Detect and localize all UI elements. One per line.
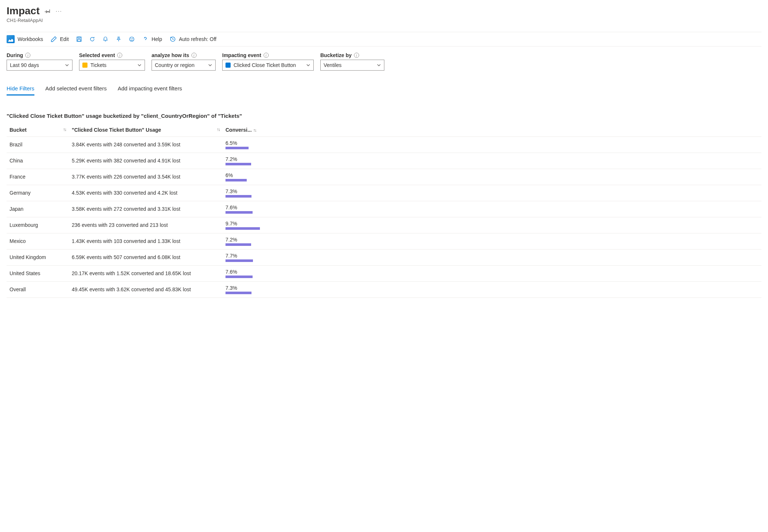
info-icon[interactable]: i (354, 53, 359, 58)
analyze-label: analyze how its (152, 52, 189, 58)
help-button[interactable]: Help (142, 36, 162, 42)
section-title: "Clicked Close Ticket Button" usage buck… (7, 112, 761, 120)
info-icon[interactable]: i (191, 53, 197, 58)
analyze-select[interactable]: Country or region (152, 60, 216, 71)
conversion-bar (225, 243, 251, 246)
bucketize-select[interactable]: Ventiles (320, 60, 384, 71)
conversion-bar (225, 292, 251, 294)
pin-toolbar-icon[interactable] (116, 36, 122, 42)
analyze-value: Country or region (155, 62, 194, 68)
svg-point-4 (131, 38, 131, 39)
impacting-value: Clicked Close Ticket Button (234, 62, 296, 68)
table-row[interactable]: United Kingdom 6.59K events with 507 con… (7, 249, 761, 265)
info-icon[interactable]: i (25, 53, 30, 58)
svg-point-3 (130, 37, 134, 41)
save-icon[interactable] (76, 36, 82, 42)
conversion-bar (225, 259, 253, 262)
event-color-icon (225, 63, 231, 68)
impacting-select[interactable]: Clicked Close Ticket Button (222, 60, 314, 71)
add-impacting-filters-tab[interactable]: Add impacting event filters (118, 85, 182, 95)
info-icon[interactable]: i (117, 53, 122, 58)
cell-conversion: 7.3% (223, 281, 263, 297)
cell-usage: 3.84K events with 248 converted and 3.59… (69, 136, 223, 153)
cell-usage: 49.45K events with 3.62K converted and 4… (69, 281, 223, 297)
table-row[interactable]: Brazil 3.84K events with 248 converted a… (7, 136, 761, 153)
table-row[interactable]: Germany 4.53K events with 330 converted … (7, 185, 761, 201)
filters-row: Duringi Last 90 days Selected eventi Tic… (7, 52, 761, 71)
help-icon (142, 36, 149, 42)
during-select[interactable]: Last 90 days (7, 60, 72, 71)
cell-bucket: China (7, 153, 69, 169)
bucketize-label: Bucketize by (320, 52, 352, 58)
cell-bucket: Germany (7, 185, 69, 201)
table-row[interactable]: United States 20.17K events with 1.52K c… (7, 265, 761, 281)
clock-refresh-icon (169, 36, 176, 42)
cell-conversion: 7.3% (223, 185, 263, 201)
cell-usage: 6.59K events with 507 converted and 6.08… (69, 249, 223, 265)
table-row[interactable]: Luxembourg 236 events with 23 converted … (7, 217, 761, 233)
hide-filters-tab[interactable]: Hide Filters (7, 85, 34, 95)
info-icon[interactable]: i (264, 53, 269, 58)
more-icon[interactable]: ··· (56, 8, 62, 14)
col-usage[interactable]: "Clicked Close Ticket Button" Usage↑↓ (69, 123, 223, 137)
page-title: Impact (7, 5, 40, 17)
workbooks-button[interactable]: Workbooks (7, 35, 43, 43)
during-label: During (7, 52, 23, 58)
col-usage-label: "Clicked Close Ticket Button" Usage (72, 127, 161, 133)
conversion-bar (225, 179, 247, 181)
table-row[interactable]: Mexico 1.43K events with 103 converted a… (7, 233, 761, 249)
cell-usage: 3.58K events with 272 converted and 3.31… (69, 201, 223, 217)
impacting-label: Impacting event (222, 52, 261, 58)
selected-event-select[interactable]: Tickets (79, 60, 145, 71)
svg-point-5 (132, 38, 133, 39)
help-label: Help (152, 36, 162, 42)
conversion-bar (225, 227, 260, 230)
during-value: Last 90 days (10, 62, 39, 68)
sort-icon: ↑↓ (253, 128, 256, 133)
event-color-icon (82, 63, 87, 68)
chevron-down-icon (65, 63, 69, 67)
col-conversion[interactable]: Conversi... ↑↓ (223, 123, 263, 137)
cell-usage: 20.17K events with 1.52K converted and 1… (69, 265, 223, 281)
chevron-down-icon (137, 63, 142, 67)
col-bucket-label: Bucket (10, 127, 27, 133)
chevron-down-icon (377, 63, 381, 67)
cell-bucket: Brazil (7, 136, 69, 153)
sort-icon: ↑↓ (217, 127, 220, 132)
pin-icon[interactable] (45, 8, 51, 14)
cell-conversion: 7.2% (223, 233, 263, 249)
alert-icon[interactable] (102, 36, 108, 42)
selected-event-label: Selected event (79, 52, 115, 58)
svg-rect-1 (78, 37, 80, 38)
col-conversion-label: Conversi... (225, 127, 252, 133)
bucketize-value: Ventiles (324, 62, 342, 68)
edit-button[interactable]: Edit (51, 36, 69, 42)
chevron-down-icon (208, 63, 212, 67)
add-selected-filters-tab[interactable]: Add selected event filters (45, 85, 107, 95)
filter-tabs: Hide Filters Add selected event filters … (7, 85, 761, 95)
command-bar: Workbooks Edit Help Auto refresh: Off (7, 32, 761, 46)
conversion-bar (225, 211, 253, 214)
cell-conversion: 7.6% (223, 201, 263, 217)
auto-refresh-button[interactable]: Auto refresh: Off (169, 36, 216, 42)
cell-bucket: France (7, 169, 69, 185)
table-row[interactable]: Overall 49.45K events with 3.62K convert… (7, 281, 761, 297)
conversion-bar (225, 147, 249, 149)
cell-conversion: 6.5% (223, 136, 263, 153)
cell-conversion: 9.7% (223, 217, 263, 233)
cell-usage: 1.43K events with 103 converted and 1.33… (69, 233, 223, 249)
table-row[interactable]: Japan 3.58K events with 272 converted an… (7, 201, 761, 217)
resource-subtitle: CH1-RetailAppAI (7, 18, 761, 23)
cell-bucket: Overall (7, 281, 69, 297)
refresh-icon[interactable] (89, 36, 95, 42)
col-bucket[interactable]: Bucket↑↓ (7, 123, 69, 137)
table-row[interactable]: China 5.29K events with 382 converted an… (7, 153, 761, 169)
svg-rect-2 (78, 40, 81, 41)
table-row[interactable]: France 3.77K events with 226 converted a… (7, 169, 761, 185)
conversion-bar (225, 163, 251, 165)
cell-bucket: United States (7, 265, 69, 281)
feedback-icon[interactable] (129, 36, 135, 42)
cell-conversion: 7.7% (223, 249, 263, 265)
edit-label: Edit (60, 36, 69, 42)
cell-usage: 4.53K events with 330 converted and 4.2K… (69, 185, 223, 201)
